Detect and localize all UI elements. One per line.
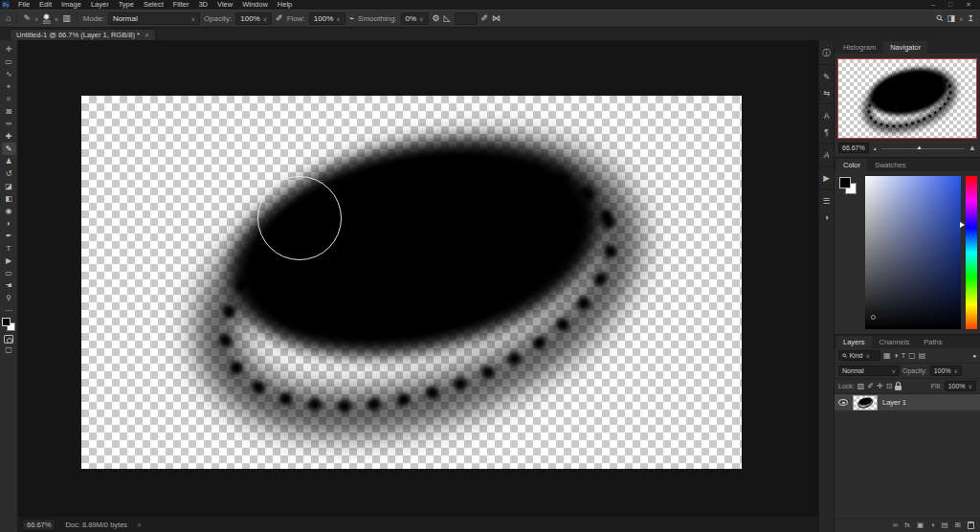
delete-layer-icon[interactable] <box>968 521 974 529</box>
tab-navigator[interactable]: Navigator <box>883 41 927 54</box>
lock-all-icon[interactable] <box>895 386 902 390</box>
document-canvas[interactable] <box>81 96 742 469</box>
layer-mask-icon[interactable]: ▣ <box>917 521 924 529</box>
navigator-preview[interactable] <box>837 58 977 139</box>
color-panel-swatches[interactable] <box>839 177 858 196</box>
layer-row-layer-1[interactable]: Layer 1 <box>835 394 980 410</box>
tab-channels[interactable]: Channels <box>873 336 917 348</box>
actions-panel-icon[interactable]: ▶ <box>820 172 833 183</box>
menu-edit[interactable]: Edit <box>34 0 56 10</box>
brush-settings-icon[interactable]: ✎ <box>820 71 833 81</box>
brush-settings-toggle-icon[interactable]: ▥ <box>62 11 71 27</box>
app-icon[interactable]: Ps <box>2 1 10 9</box>
navigator-zoom-field[interactable]: 66.67% <box>838 143 869 153</box>
tool-frame[interactable]: ⊠ <box>2 105 16 118</box>
smoothing-dropdown[interactable]: 0% ∨ <box>401 12 429 25</box>
workspace-arrow[interactable]: ∨ <box>959 15 963 22</box>
edit-toolbar-icon[interactable]: ⋯ <box>5 306 12 315</box>
glyphs-panel-icon[interactable]: A <box>820 149 833 160</box>
menu-help[interactable]: Help <box>273 0 297 10</box>
symmetry-icon[interactable]: ⋈ <box>492 11 501 27</box>
brush-angle-field[interactable] <box>455 12 478 25</box>
tool-eraser[interactable]: ◪ <box>2 180 16 192</box>
menu-view[interactable]: View <box>212 0 237 10</box>
tool-clone-stamp[interactable]: ♟ <box>2 155 16 167</box>
filter-adjustment-layers-icon[interactable]: ◑ <box>894 351 899 360</box>
menu-window[interactable]: Window <box>237 0 273 10</box>
menu-select[interactable]: Select <box>139 0 168 10</box>
adjustments-panel-icon[interactable]: ☰ <box>820 195 833 206</box>
layer-name[interactable]: Layer 1 <box>882 398 906 407</box>
menu-layer[interactable]: Layer <box>86 0 114 10</box>
layer-filter-dropdown[interactable]: ⚲ Kind ∨ <box>838 350 880 361</box>
tab-swatches[interactable]: Swatches <box>868 159 913 171</box>
zoom-out-icon[interactable]: ▲ <box>873 145 878 151</box>
tool-lasso[interactable]: ∿ <box>2 68 16 80</box>
menu-filter[interactable]: Filter <box>168 0 194 10</box>
brush-preset-picker[interactable]: 300 <box>42 13 50 25</box>
menu-3d[interactable]: 3D <box>193 0 212 10</box>
menu-file[interactable]: File <box>13 0 34 10</box>
document-tab-close-icon[interactable]: ✕ <box>145 32 149 38</box>
tool-spot-healing[interactable]: ✚ <box>2 130 16 143</box>
properties-panel-icon[interactable]: ◑ <box>820 211 833 222</box>
tool-crop[interactable]: ⌗ <box>2 93 16 105</box>
quick-mask-icon[interactable] <box>4 335 13 344</box>
tool-rectangle[interactable]: ▭ <box>2 267 16 279</box>
filter-pixel-layers-icon[interactable]: ▦ <box>883 351 891 360</box>
tool-rectangular-marquee[interactable]: ▭ <box>2 55 16 68</box>
zoom-in-icon[interactable]: ▲ <box>969 144 976 152</box>
hue-slider-marker[interactable] <box>960 222 965 228</box>
airbrush-icon[interactable]: ⌁ <box>349 11 354 27</box>
pressure-opacity-icon[interactable]: ✐ <box>276 11 283 27</box>
tool-zoom[interactable]: ⚲ <box>2 292 16 304</box>
clone-source-icon[interactable]: ⇆ <box>820 87 833 98</box>
new-adjustment-layer-icon[interactable]: ◑ <box>930 521 935 529</box>
tool-blur[interactable]: ◉ <box>2 205 16 217</box>
tool-move[interactable]: ✛ <box>2 43 16 55</box>
tool-brush[interactable]: ✎ <box>2 143 16 155</box>
close-button[interactable]: ✕ <box>959 0 978 10</box>
lock-position-icon[interactable]: ✛ <box>877 382 883 390</box>
tab-histogram[interactable]: Histogram <box>836 41 882 54</box>
screen-mode-icon[interactable]: ▢ <box>5 345 12 354</box>
blend-mode-dropdown[interactable]: Normal ∨ <box>838 366 900 376</box>
link-layers-icon[interactable]: ∞ <box>893 521 898 529</box>
lock-artboard-icon[interactable]: ⊡ <box>886 382 893 390</box>
flow-dropdown[interactable]: 100% ∨ <box>309 12 345 25</box>
layer-thumbnail[interactable] <box>853 395 878 410</box>
filter-type-layers-icon[interactable]: T <box>901 351 905 360</box>
tool-object-selection[interactable]: ⌖ <box>2 80 16 93</box>
new-layer-icon[interactable]: ⊞ <box>955 521 961 529</box>
canvas-pasteboard[interactable]: 66.67% Doc: 8.89M/0 bytes > <box>18 40 818 532</box>
layers-opacity-dropdown[interactable]: 100% ∨ <box>930 366 962 376</box>
layer-effects-icon[interactable]: fx <box>904 521 910 529</box>
color-foreground-swatch[interactable] <box>839 177 851 188</box>
pressure-size-icon[interactable]: ✐ <box>481 11 489 27</box>
tool-pen[interactable]: ✒ <box>2 230 16 242</box>
menu-image[interactable]: Image <box>56 0 86 10</box>
menu-type[interactable]: Type <box>114 0 139 10</box>
home-icon[interactable]: ⌂ <box>6 11 11 27</box>
tab-color[interactable]: Color <box>836 159 867 171</box>
tool-preset-icon[interactable]: ✎ <box>23 11 31 27</box>
status-zoom-field[interactable]: 66.67% <box>22 519 56 531</box>
lock-paint-icon[interactable]: ✐ <box>867 382 874 390</box>
maximize-button[interactable]: □ <box>942 0 959 10</box>
foreground-background-swatches[interactable] <box>2 318 15 331</box>
fill-dropdown[interactable]: 100% ∨ <box>945 381 976 391</box>
navigator-zoom-slider[interactable]: ▲ <box>881 144 965 153</box>
filter-smart-objects-icon[interactable]: ▤ <box>919 351 926 360</box>
lock-transparency-icon[interactable]: ▨ <box>858 382 865 390</box>
new-group-icon[interactable]: ▤ <box>942 521 948 529</box>
tab-layers[interactable]: Layers <box>836 336 872 348</box>
minimize-button[interactable]: – <box>924 0 942 10</box>
hue-slider[interactable] <box>966 176 977 329</box>
tool-preset-arrow[interactable]: ∨ <box>34 15 38 22</box>
tool-hand[interactable]: ☚ <box>2 279 16 292</box>
share-icon[interactable]: ↥ <box>967 11 974 27</box>
brush-picker-arrow[interactable]: ∨ <box>55 15 58 22</box>
filter-toggle-icon[interactable]: ● <box>972 353 976 359</box>
opacity-dropdown[interactable]: 100% ∨ <box>235 12 272 25</box>
foreground-color-swatch[interactable] <box>2 318 11 326</box>
